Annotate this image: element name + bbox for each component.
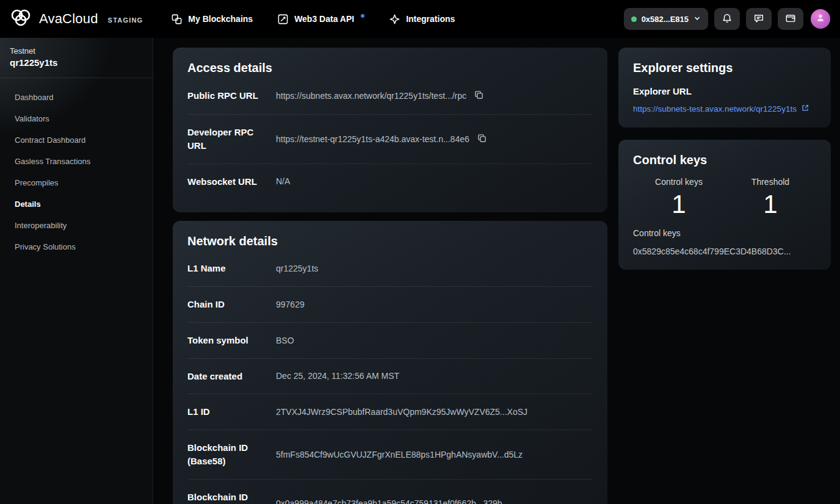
access-details-card: Access details Public RPC URL https://su… [173,48,607,212]
explorer-url-label: Explorer URL [633,86,816,96]
card-title: Network details [187,234,593,248]
copy-icon [477,133,487,145]
row-value: 0x0a999a484e7cb73fea9b1a59c54c759131ef0f… [276,499,502,504]
detail-row-developer-rpc-url: Developer RPC URL https://testnet-qr1225… [187,115,593,164]
user-avatar[interactable] [811,9,830,29]
explorer-settings-card: Explorer settings Explorer URL https://s… [618,48,831,128]
nav-item-web3-data-api[interactable]: Web3 Data API [277,13,364,25]
edit-window-icon [277,13,289,25]
copy-developer-rpc-button[interactable] [476,132,488,146]
stat-threshold: Threshold 1 [725,177,816,218]
row-label: L1 Name [187,262,276,275]
detail-row-websocket-url: Websocket URL N/A [187,164,593,200]
link-text: https://subnets-test.avax.network/qr1225… [633,104,797,113]
connection-status-dot-icon [631,16,637,22]
sidebar-item-dashboard[interactable]: Dashboard [0,87,153,108]
row-label: Token symbol [187,334,276,347]
row-label: Developer RPC URL [187,126,276,153]
network-name-label: qr1225y1ts [10,57,143,68]
stat-control-keys: Control keys 1 [633,177,725,218]
user-avatar-icon [815,12,826,26]
stat-value: 1 [633,190,725,218]
detail-row-l1-id: L1 ID 2TVXJ4JWrz9CSPbubfRaard3uVQpm9Kz95… [187,394,593,430]
navbar-right-cluster: 0x582...E815 [624,8,830,30]
card-title: Explorer settings [633,61,816,75]
brand-logo-link[interactable]: AvaCloud STAGING [9,8,143,30]
sidebar-item-privacy-solutions[interactable]: Privacy Solutions [0,236,153,257]
nav-item-my-blockchains[interactable]: My Blockchains [171,13,253,25]
sidebar-item-details[interactable]: Details [0,193,153,215]
row-label: Date created [187,370,276,383]
sidebar-item-interoperability[interactable]: Interoperability [0,215,153,236]
row-label: L1 ID [187,405,276,419]
row-value: https://subnets.avax.network/qr1225y1ts/… [276,91,466,101]
sidebar: Testnet qr1225y1ts Dashboard Validators … [0,38,153,504]
blockchain-grid-icon [171,13,183,25]
detail-row-public-rpc-url: Public RPC URL https://subnets.avax.netw… [187,77,593,115]
nav-item-integrations[interactable]: Integrations [389,13,455,25]
main-content: Access details Public RPC URL https://su… [153,38,840,504]
row-value: N/A [276,176,290,186]
wallet-button[interactable] [778,8,803,30]
nav-label: Web3 Data API [294,14,354,24]
row-value: BSO [276,336,294,345]
detail-row-chain-id: Chain ID 997629 [187,287,593,323]
main-column: Access details Public RPC URL https://su… [173,48,607,504]
chat-icon [753,13,764,26]
notifications-button[interactable] [714,8,740,30]
stat-label: Threshold [725,177,816,187]
sparkle-icon [389,13,400,25]
top-navbar: AvaCloud STAGING My Blockchains [0,0,840,38]
detail-row-date-created: Date created Dec 25, 2024, 11:32:56 AM M… [187,359,593,395]
wallet-icon [785,13,796,26]
bell-icon [722,13,733,26]
detail-row-blockchain-id-base58: Blockchain ID (Base58) 5fmFs854Cf9wUcGVU… [187,430,593,480]
row-value: 2TVXJ4JWrz9CSPbubfRaard3uVQpm9Kz95JwWyVZ… [276,407,527,417]
avacloud-logo-icon [9,8,33,30]
row-value: Dec 25, 2024, 11:32:56 AM MST [276,371,399,381]
notification-dot-icon [361,14,364,18]
copy-public-rpc-button[interactable] [472,88,485,103]
body-row: Testnet qr1225y1ts Dashboard Validators … [0,38,840,504]
row-label: Blockchain ID (Hex) [187,491,276,504]
primary-nav: My Blockchains Web3 Data API [171,13,455,25]
brand-name: AvaCloud [39,11,98,27]
control-key-value: 0x5829c85e4c68c4f799EC3D4B68D3C... [633,247,816,256]
explorer-url-link[interactable]: https://subnets-test.avax.network/qr1225… [633,104,816,114]
env-badge: STAGING [108,16,143,24]
feedback-button[interactable] [746,8,772,30]
detail-row-blockchain-id-hex: Blockchain ID (Hex) 0x0a999a484e7cb73fea… [187,480,593,504]
control-keys-stats: Control keys 1 Threshold 1 [633,177,816,218]
card-title: Access details [187,61,593,75]
row-label: Blockchain ID (Base58) [187,441,276,468]
sidebar-item-validators[interactable]: Validators [0,108,153,129]
row-label: Websocket URL [187,175,276,189]
nav-label: Integrations [406,14,455,24]
sidebar-network-header: Testnet qr1225y1ts [0,38,153,77]
external-link-icon [801,104,809,114]
stat-label: Control keys [633,177,725,187]
stat-value: 1 [725,190,816,218]
network-type-label: Testnet [10,46,143,56]
nav-label: My Blockchains [188,14,253,24]
sidebar-item-contract-dashboard[interactable]: Contract Dashboard [0,129,153,151]
network-details-card: Network details L1 Name qr1225y1ts Chain… [173,221,607,504]
chevron-down-icon [693,13,701,24]
row-value: 997629 [276,300,305,309]
copy-icon [474,90,484,102]
row-label: Chain ID [187,298,276,311]
wallet-address-dropdown[interactable]: 0x582...E815 [624,8,708,30]
card-title: Control keys [633,153,816,167]
side-column: Explorer settings Explorer URL https://s… [618,48,831,504]
control-keys-list-label: Control keys [633,228,816,238]
sidebar-item-precompiles[interactable]: Precompiles [0,172,153,193]
control-keys-card: Control keys Control keys 1 Threshold 1 … [618,140,831,270]
wallet-address: 0x582...E815 [642,15,689,24]
detail-row-l1-name: L1 Name qr1225y1ts [187,251,593,287]
sidebar-menu: Dashboard Validators Contract Dashboard … [0,78,153,257]
row-value: 5fmFs854Cf9wUcGVUJZFgrXnELE88ps1HPghANsy… [276,450,523,459]
row-value: qr1225y1ts [276,264,318,273]
sidebar-item-gasless-transactions[interactable]: Gasless Transactions [0,151,153,172]
app-root: AvaCloud STAGING My Blockchains [0,0,840,504]
row-label: Public RPC URL [187,89,276,103]
